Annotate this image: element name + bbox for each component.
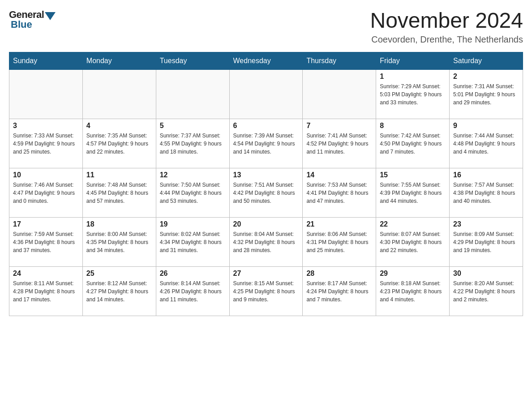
calendar-cell: 23Sunrise: 8:09 AM Sunset: 4:29 PM Dayli… <box>450 217 523 266</box>
day-number: 23 <box>453 220 519 228</box>
day-info: Sunrise: 8:20 AM Sunset: 4:22 PM Dayligh… <box>453 279 519 304</box>
page-header: General Blue November 2024 Coevorden, Dr… <box>9 9 523 45</box>
calendar-cell: 24Sunrise: 8:11 AM Sunset: 4:28 PM Dayli… <box>9 266 83 316</box>
day-number: 16 <box>453 171 519 179</box>
calendar-cell: 7Sunrise: 7:41 AM Sunset: 4:52 PM Daylig… <box>303 119 376 168</box>
day-number: 21 <box>306 220 372 228</box>
calendar-cell: 25Sunrise: 8:12 AM Sunset: 4:27 PM Dayli… <box>82 266 156 316</box>
calendar-cell: 19Sunrise: 8:02 AM Sunset: 4:34 PM Dayli… <box>156 217 229 266</box>
calendar-cell: 21Sunrise: 8:06 AM Sunset: 4:31 PM Dayli… <box>303 217 376 266</box>
col-tuesday: Tuesday <box>156 52 229 69</box>
calendar-cell: 10Sunrise: 7:46 AM Sunset: 4:47 PM Dayli… <box>9 168 83 217</box>
week-row-2: 3Sunrise: 7:33 AM Sunset: 4:59 PM Daylig… <box>9 119 523 168</box>
day-number: 25 <box>86 270 152 278</box>
day-info: Sunrise: 8:00 AM Sunset: 4:35 PM Dayligh… <box>86 230 152 254</box>
calendar-cell <box>156 69 229 119</box>
month-title: November 2024 <box>370 9 523 33</box>
day-number: 1 <box>380 73 446 81</box>
day-info: Sunrise: 7:33 AM Sunset: 4:59 PM Dayligh… <box>13 132 79 156</box>
calendar-cell: 14Sunrise: 7:53 AM Sunset: 4:41 PM Dayli… <box>303 168 376 217</box>
calendar-cell: 29Sunrise: 8:18 AM Sunset: 4:23 PM Dayli… <box>376 266 450 316</box>
day-number: 30 <box>453 270 519 278</box>
col-thursday: Thursday <box>303 52 376 69</box>
day-number: 11 <box>86 171 152 179</box>
day-info: Sunrise: 7:44 AM Sunset: 4:48 PM Dayligh… <box>453 132 519 156</box>
day-number: 27 <box>233 270 299 278</box>
day-number: 17 <box>13 220 79 228</box>
day-info: Sunrise: 8:02 AM Sunset: 4:34 PM Dayligh… <box>160 230 226 254</box>
calendar-cell <box>303 69 376 119</box>
day-number: 24 <box>13 270 79 278</box>
week-row-5: 24Sunrise: 8:11 AM Sunset: 4:28 PM Dayli… <box>9 266 523 316</box>
day-number: 2 <box>453 73 519 81</box>
day-number: 19 <box>160 220 226 228</box>
day-number: 20 <box>233 220 299 228</box>
day-number: 22 <box>380 220 446 228</box>
day-number: 6 <box>233 122 299 130</box>
title-section: November 2024 Coevorden, Drenthe, The Ne… <box>370 9 523 45</box>
calendar-cell: 12Sunrise: 7:50 AM Sunset: 4:44 PM Dayli… <box>156 168 229 217</box>
day-info: Sunrise: 8:15 AM Sunset: 4:25 PM Dayligh… <box>233 279 299 304</box>
day-info: Sunrise: 7:37 AM Sunset: 4:55 PM Dayligh… <box>160 132 226 156</box>
col-wednesday: Wednesday <box>229 52 303 69</box>
calendar-cell <box>9 69 83 119</box>
calendar-cell: 4Sunrise: 7:35 AM Sunset: 4:57 PM Daylig… <box>82 119 156 168</box>
day-info: Sunrise: 8:11 AM Sunset: 4:28 PM Dayligh… <box>13 279 79 304</box>
calendar-cell: 5Sunrise: 7:37 AM Sunset: 4:55 PM Daylig… <box>156 119 229 168</box>
calendar-cell: 13Sunrise: 7:51 AM Sunset: 4:42 PM Dayli… <box>229 168 303 217</box>
calendar-cell: 9Sunrise: 7:44 AM Sunset: 4:48 PM Daylig… <box>450 119 523 168</box>
calendar-cell: 11Sunrise: 7:48 AM Sunset: 4:45 PM Dayli… <box>82 168 156 217</box>
calendar-cell: 6Sunrise: 7:39 AM Sunset: 4:54 PM Daylig… <box>229 119 303 168</box>
logo: General Blue <box>9 9 56 30</box>
calendar-cell <box>229 69 303 119</box>
day-number: 14 <box>306 171 372 179</box>
calendar-cell: 26Sunrise: 8:14 AM Sunset: 4:26 PM Dayli… <box>156 266 229 316</box>
day-info: Sunrise: 7:31 AM Sunset: 5:01 PM Dayligh… <box>453 82 519 107</box>
calendar-cell: 3Sunrise: 7:33 AM Sunset: 4:59 PM Daylig… <box>9 119 83 168</box>
day-info: Sunrise: 8:17 AM Sunset: 4:24 PM Dayligh… <box>306 279 372 304</box>
day-number: 26 <box>160 270 226 278</box>
day-info: Sunrise: 7:59 AM Sunset: 4:36 PM Dayligh… <box>13 230 79 254</box>
calendar-header-row: Sunday Monday Tuesday Wednesday Thursday… <box>9 52 523 69</box>
day-info: Sunrise: 8:18 AM Sunset: 4:23 PM Dayligh… <box>380 279 446 304</box>
day-number: 8 <box>380 122 446 130</box>
calendar-cell: 2Sunrise: 7:31 AM Sunset: 5:01 PM Daylig… <box>450 69 523 119</box>
calendar-cell: 16Sunrise: 7:57 AM Sunset: 4:38 PM Dayli… <box>450 168 523 217</box>
day-info: Sunrise: 7:50 AM Sunset: 4:44 PM Dayligh… <box>160 181 226 205</box>
day-info: Sunrise: 8:06 AM Sunset: 4:31 PM Dayligh… <box>306 230 372 254</box>
calendar-cell: 17Sunrise: 7:59 AM Sunset: 4:36 PM Dayli… <box>9 217 83 266</box>
day-info: Sunrise: 7:42 AM Sunset: 4:50 PM Dayligh… <box>380 132 446 156</box>
day-number: 3 <box>13 122 79 130</box>
day-info: Sunrise: 7:29 AM Sunset: 5:03 PM Dayligh… <box>380 82 446 107</box>
day-number: 4 <box>86 122 152 130</box>
day-number: 12 <box>160 171 226 179</box>
col-saturday: Saturday <box>450 52 523 69</box>
day-info: Sunrise: 7:41 AM Sunset: 4:52 PM Dayligh… <box>306 132 372 156</box>
day-info: Sunrise: 8:04 AM Sunset: 4:32 PM Dayligh… <box>233 230 299 254</box>
col-friday: Friday <box>376 52 450 69</box>
day-number: 13 <box>233 171 299 179</box>
day-number: 10 <box>13 171 79 179</box>
day-info: Sunrise: 7:35 AM Sunset: 4:57 PM Dayligh… <box>86 132 152 156</box>
day-info: Sunrise: 8:09 AM Sunset: 4:29 PM Dayligh… <box>453 230 519 254</box>
day-number: 7 <box>306 122 372 130</box>
calendar-cell: 15Sunrise: 7:55 AM Sunset: 4:39 PM Dayli… <box>376 168 450 217</box>
day-number: 9 <box>453 122 519 130</box>
day-number: 18 <box>86 220 152 228</box>
calendar-cell: 30Sunrise: 8:20 AM Sunset: 4:22 PM Dayli… <box>450 266 523 316</box>
day-info: Sunrise: 7:55 AM Sunset: 4:39 PM Dayligh… <box>380 181 446 205</box>
week-row-4: 17Sunrise: 7:59 AM Sunset: 4:36 PM Dayli… <box>9 217 523 266</box>
week-row-3: 10Sunrise: 7:46 AM Sunset: 4:47 PM Dayli… <box>9 168 523 217</box>
calendar-cell: 18Sunrise: 8:00 AM Sunset: 4:35 PM Dayli… <box>82 217 156 266</box>
logo-triangle-icon <box>45 12 56 20</box>
day-info: Sunrise: 7:53 AM Sunset: 4:41 PM Dayligh… <box>306 181 372 205</box>
day-number: 15 <box>380 171 446 179</box>
day-info: Sunrise: 8:12 AM Sunset: 4:27 PM Dayligh… <box>86 279 152 304</box>
day-number: 29 <box>380 270 446 278</box>
day-info: Sunrise: 7:46 AM Sunset: 4:47 PM Dayligh… <box>13 181 79 205</box>
day-info: Sunrise: 7:57 AM Sunset: 4:38 PM Dayligh… <box>453 181 519 205</box>
calendar-cell <box>82 69 156 119</box>
col-sunday: Sunday <box>9 52 83 69</box>
day-info: Sunrise: 7:39 AM Sunset: 4:54 PM Dayligh… <box>233 132 299 156</box>
logo-blue-text: Blue <box>11 19 32 30</box>
